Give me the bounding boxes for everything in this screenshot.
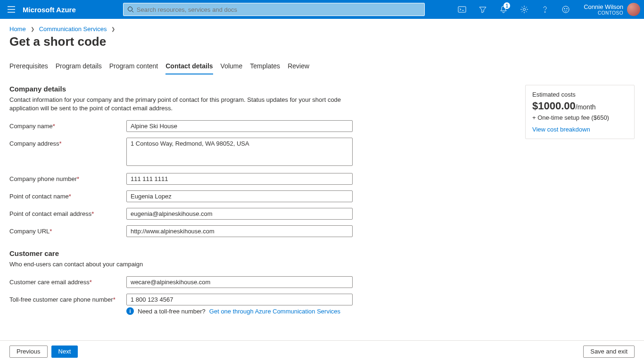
- header-icons: 1 Connie Wilson CONTOSO: [452, 0, 644, 19]
- notifications-button[interactable]: 1: [493, 0, 514, 19]
- avatar: [627, 3, 640, 16]
- hamburger-icon: [8, 6, 15, 13]
- cloud-shell-icon: [458, 6, 466, 13]
- section-care-sub: Who end-users can contact about your cam…: [9, 260, 349, 269]
- help-button[interactable]: [535, 0, 555, 19]
- global-search[interactable]: [123, 3, 425, 16]
- wizard-footer: Previous Next Save and exit: [0, 340, 644, 362]
- user-directory: CONTOSO: [584, 10, 623, 16]
- breadcrumb: Home ❯ Communication Services ❯: [0, 19, 644, 33]
- company-name-input[interactable]: [126, 120, 353, 132]
- tab-prerequisites[interactable]: Prerequisites: [9, 58, 48, 74]
- svg-point-0: [128, 7, 132, 11]
- company-url-label: Company URL*: [9, 225, 126, 235]
- next-button[interactable]: Next: [51, 346, 78, 358]
- top-bar: Microsoft Azure 1 Connie Wilson CONTOSO: [0, 0, 644, 19]
- tollfree-info-link[interactable]: Get one through Azure Communication Serv…: [209, 308, 340, 315]
- svg-point-2: [523, 8, 526, 11]
- account-button[interactable]: Connie Wilson CONTOSO: [576, 3, 644, 16]
- gear-icon: [520, 5, 528, 14]
- breadcrumb-service[interactable]: Communication Services: [39, 25, 107, 33]
- tab-program-details[interactable]: Program details: [56, 58, 102, 74]
- poc-name-input[interactable]: [126, 190, 353, 202]
- svg-point-5: [564, 8, 565, 9]
- brand-label: Microsoft Azure: [23, 6, 76, 14]
- svg-point-4: [562, 6, 569, 13]
- notification-badge: 1: [504, 2, 510, 9]
- poc-email-input[interactable]: [126, 208, 353, 220]
- feedback-button[interactable]: [555, 0, 576, 19]
- care-email-label: Customer care email address*: [9, 276, 126, 286]
- previous-button[interactable]: Previous: [9, 346, 48, 358]
- feedback-icon: [561, 5, 570, 14]
- cloud-shell-button[interactable]: [452, 0, 472, 19]
- company-url-input[interactable]: [126, 225, 353, 237]
- company-phone-label: Company phone number*: [9, 173, 126, 182]
- company-phone-input[interactable]: [126, 173, 353, 185]
- tollfree-info: i Need a toll-free number? Get one throu…: [126, 307, 368, 315]
- care-phone-input[interactable]: [126, 294, 353, 305]
- company-name-label: Company name*: [9, 120, 126, 130]
- save-exit-button[interactable]: Save and exit: [583, 346, 635, 358]
- svg-point-3: [545, 12, 545, 13]
- wizard-tabs: Prerequisites Program details Program co…: [0, 58, 644, 74]
- cost-title: Estimated costs: [532, 91, 627, 98]
- page-title: Get a short code: [0, 33, 644, 58]
- care-email-input[interactable]: [126, 276, 353, 288]
- svg-point-6: [567, 8, 568, 9]
- estimated-cost-card: Estimated costs $1000.00/month + One-tim…: [525, 85, 635, 139]
- info-icon: i: [126, 307, 134, 315]
- tab-program-content[interactable]: Program content: [109, 58, 158, 74]
- section-company-sub: Contact information for your company and…: [9, 96, 349, 113]
- search-icon: [127, 6, 134, 13]
- settings-button[interactable]: [514, 0, 535, 19]
- filter-icon: [479, 6, 487, 13]
- cost-amount: $1000.00/month: [532, 100, 627, 112]
- cost-setup: + One-time setup fee ($650): [532, 114, 627, 121]
- svg-rect-1: [458, 7, 466, 12]
- poc-email-label: Point of contact email address*: [9, 208, 126, 217]
- tab-volume[interactable]: Volume: [221, 58, 243, 74]
- chevron-right-icon: ❯: [111, 26, 115, 32]
- company-address-label: Company address*: [9, 138, 126, 147]
- tab-templates[interactable]: Templates: [250, 58, 280, 74]
- care-phone-label: Toll-free customer care phone number*: [9, 294, 126, 303]
- tollfree-info-text: Need a toll-free number?: [138, 308, 206, 315]
- section-company-heading: Company details: [9, 85, 368, 93]
- directory-filter-button[interactable]: [472, 0, 493, 19]
- poc-name-label: Point of contact name*: [9, 190, 126, 200]
- search-input[interactable]: [137, 6, 424, 13]
- section-care-heading: Customer care: [9, 249, 368, 257]
- company-address-input[interactable]: 1 Contoso Way, Redmond, WA 98052, USA: [126, 138, 353, 166]
- breadcrumb-home[interactable]: Home: [9, 25, 26, 33]
- tab-review[interactable]: Review: [288, 58, 309, 74]
- user-name: Connie Wilson: [584, 3, 623, 10]
- help-icon: [541, 5, 549, 14]
- cost-breakdown-link[interactable]: View cost breakdown: [532, 126, 590, 133]
- chevron-right-icon: ❯: [31, 26, 34, 32]
- tab-contact-details[interactable]: Contact details: [165, 58, 213, 74]
- menu-button[interactable]: [4, 0, 19, 19]
